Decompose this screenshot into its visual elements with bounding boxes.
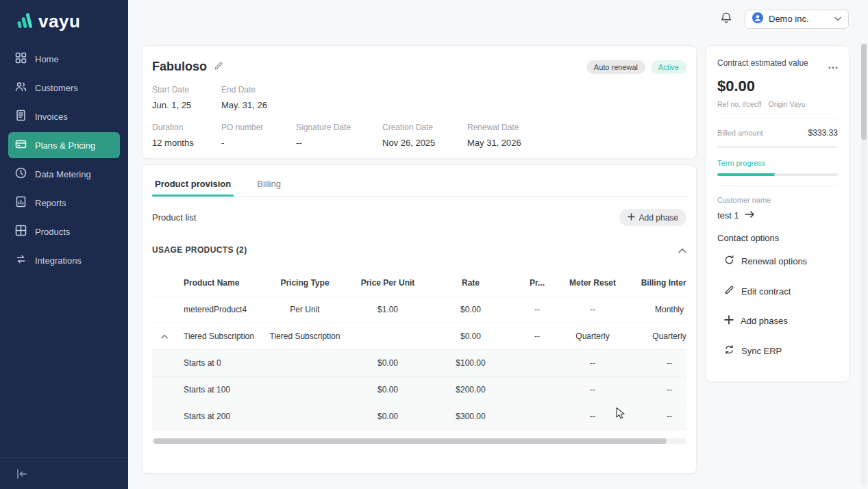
sidebar-item-label: Plans & Pricing (35, 140, 95, 151)
sidebar-item-data-metering[interactable]: Data Metering (8, 161, 120, 187)
vertical-scrollbar-thumb[interactable] (861, 44, 867, 140)
edit-contract-button[interactable]: Edit contract (717, 276, 838, 306)
sync-erp-button[interactable]: Sync ERP (717, 336, 838, 366)
contract-fields: Start Date Jun. 1, 25 End Date May. 31, … (152, 85, 686, 148)
horizontal-scrollbar (152, 438, 686, 444)
divider (717, 186, 838, 186)
invoices-icon (15, 110, 27, 123)
sidebar-item-label: Home (35, 54, 59, 64)
collapse-group-button[interactable] (678, 244, 686, 256)
tab-product-provision[interactable]: Product provision (152, 173, 234, 196)
tab-billing[interactable]: Billing (254, 173, 284, 196)
field-start-date: Start Date Jun. 1, 25 (152, 85, 221, 110)
tier-row: Starts at 0 $0.00 $100.00 -- -- (152, 350, 686, 377)
sidebar-item-customers[interactable]: Customers (8, 75, 120, 101)
sidebar-item-home[interactable]: Home (8, 46, 120, 72)
contract-summary-panel: Contract estimated value $0.00 Ref no. #… (706, 45, 850, 382)
renewal-options-button[interactable]: Renewal options (717, 246, 838, 276)
field-creation-date: Creation Date Nov 26, 2025 (382, 123, 467, 148)
reports-icon (15, 196, 27, 210)
more-options-button[interactable] (828, 60, 838, 72)
customer-name-label: Customer name (717, 196, 838, 204)
home-icon (15, 52, 27, 66)
sidebar: vayu Home Customers Invoices Plans & Pri… (0, 0, 128, 489)
edit-title-button[interactable] (214, 61, 223, 73)
arrow-right-icon (745, 210, 755, 221)
term-progress-bar (717, 173, 838, 176)
contract-header-card: Fabuloso Auto renewal Active Start Date … (142, 45, 697, 159)
notifications-button[interactable] (720, 12, 732, 27)
term-progress-label: Term progress (717, 159, 838, 167)
field-renewal-date: Renewal Date May 31, 2026 (467, 123, 686, 148)
edit-icon (724, 285, 734, 297)
collapse-sidebar-icon[interactable] (16, 469, 27, 479)
add-phase-button[interactable]: Add phase (619, 209, 686, 226)
logo-mark-icon (16, 12, 33, 32)
brand-name: vayu (38, 11, 80, 32)
table-row: Tiered Subscription Tiered Subscription … (152, 323, 686, 350)
sidebar-footer (0, 457, 128, 489)
tier-row: Starts at 100 $0.00 $200.00 -- -- (152, 377, 686, 403)
topbar: Demo inc. (128, 0, 868, 38)
status-badge: Active (651, 60, 686, 74)
divider (717, 118, 838, 118)
sidebar-item-invoices[interactable]: Invoices (8, 103, 120, 129)
field-signature-date: Signature Date -- (296, 123, 382, 148)
integrations-icon (15, 253, 27, 267)
bell-icon (720, 12, 732, 27)
auto-renewal-badge: Auto renewal (586, 60, 645, 74)
avatar-icon (752, 12, 763, 25)
table-row: meteredProduct4 Per Unit $1.00 $0.00 -- … (152, 297, 686, 323)
field-po-number: PO number - (221, 123, 296, 148)
chevron-up-icon (161, 331, 168, 341)
sidebar-item-label: Integrations (35, 255, 82, 266)
products-table: Product Name Pricing Type Price Per Unit… (152, 270, 686, 430)
estimated-value: $0.00 (717, 77, 838, 95)
org-name: Demo inc. (769, 14, 809, 24)
sidebar-item-integrations[interactable]: Integrations (8, 247, 120, 273)
chevron-down-icon (834, 16, 841, 21)
term-progress-fill (717, 173, 775, 176)
contact-options-label: Contact options (717, 233, 838, 243)
product-list-title: Product list (152, 212, 196, 223)
collapse-row-button[interactable] (161, 331, 168, 341)
sync-icon (724, 344, 734, 357)
products-icon (15, 225, 27, 238)
contract-title: Fabuloso (152, 60, 207, 74)
customer-link[interactable]: test 1 (717, 210, 838, 221)
sidebar-item-label: Data Metering (35, 169, 91, 179)
origin-label: Origin Vayu (769, 100, 806, 108)
plus-icon (724, 315, 734, 327)
sidebar-item-label: Invoices (35, 112, 68, 122)
field-end-date: End Date May. 31, 26 (221, 85, 296, 110)
plus-icon (628, 213, 635, 223)
billed-amount-track (717, 146, 838, 148)
sidebar-item-plans-pricing[interactable]: Plans & Pricing (8, 132, 120, 158)
usage-products-heading: USAGE PRODUCTS (2) (152, 245, 247, 255)
edit-icon (214, 61, 223, 73)
chevron-up-icon (678, 244, 686, 256)
data-metering-icon (15, 167, 27, 181)
sidebar-item-label: Reports (35, 198, 66, 208)
contract-actions: Renewal options Edit contract Add phases… (717, 246, 838, 366)
product-provision-card: Product provision Billing Product list A… (142, 164, 697, 474)
sidebar-item-label: Customers (35, 83, 78, 93)
horizontal-scrollbar-thumb[interactable] (153, 438, 667, 444)
vertical-scrollbar (861, 42, 867, 486)
sidebar-nav: Home Customers Invoices Plans & Pricing … (0, 46, 128, 273)
org-switcher[interactable]: Demo inc. (745, 10, 849, 29)
customers-icon (15, 81, 27, 95)
add-phases-button[interactable]: Add phases (717, 306, 838, 336)
plans-pricing-icon (15, 138, 27, 152)
billed-amount-label: Billed amount (717, 129, 763, 137)
estimated-value-label: Contract estimated value (717, 58, 808, 68)
brand-logo[interactable]: vayu (0, 0, 128, 32)
sidebar-item-products[interactable]: Products (8, 218, 120, 244)
sidebar-item-label: Products (35, 227, 70, 237)
billed-amount-value: $333.33 (808, 128, 838, 138)
sidebar-item-reports[interactable]: Reports (8, 190, 120, 216)
field-duration: Duration 12 months (152, 123, 221, 148)
table-header-row: Product Name Pricing Type Price Per Unit… (152, 270, 686, 297)
refresh-icon (724, 255, 734, 267)
tabs: Product provision Billing (152, 165, 686, 197)
